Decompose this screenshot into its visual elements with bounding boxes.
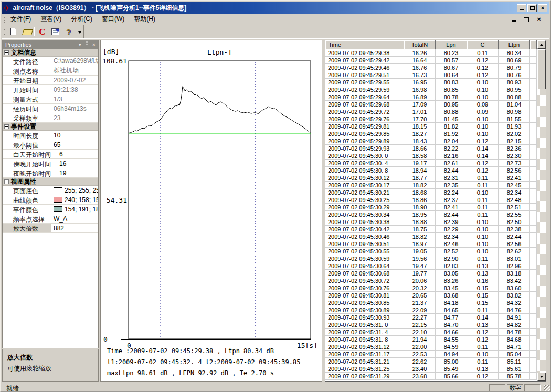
pin-icon[interactable] (84, 41, 89, 48)
property-row[interactable]: 傍晚开始时间16 (3, 159, 98, 168)
table-row[interactable]: 2009-07-02 09:45:29.5916.9880.850.1080.9… (325, 86, 537, 93)
collapse-minus-icon[interactable] (4, 124, 9, 129)
table-row[interactable]: 2009-07-02 09:45:30.5519.0582.520.1082.6… (325, 248, 537, 255)
table-row[interactable]: 2009-07-02 09:45:29.5516.9580.830.1080.9… (325, 79, 537, 86)
table-row[interactable]: 2009-07-02 09:45:31. 022.1584.700.1384.8… (325, 321, 537, 329)
menu-item[interactable]: 分析(C) (66, 13, 97, 25)
table-row[interactable]: 2009-07-02 09:45:30.6419.4782.830.1382.9… (325, 262, 537, 270)
table-row[interactable]: 2009-07-02 09:45:30.7220.0683.260.1683.4… (325, 277, 537, 284)
table-row[interactable]: 2009-07-02 09:45:31.2923.6885.660.1285.7… (325, 373, 537, 380)
menu-item[interactable]: 窗口(W) (97, 13, 129, 25)
resize-grip[interactable] (544, 385, 550, 391)
collapse-minus-icon[interactable] (4, 50, 9, 55)
property-row[interactable]: 开始日期2009-07-02 (3, 76, 98, 85)
table-row[interactable]: 2009-07-02 09:45:31. 821.9484.550.1284.6… (325, 336, 537, 343)
menu-item[interactable]: 文件(F) (6, 13, 36, 25)
column-header-time[interactable]: Time (325, 40, 404, 49)
table-row[interactable]: 2009-07-02 09:45:31. 422.1084.660.1284.7… (325, 329, 537, 336)
table-row[interactable]: 2009-07-02 09:45:30.1218.7782.310.1182.4… (325, 174, 537, 182)
table-row[interactable]: 2009-07-02 09:45:30.2918.9082.410.1182.5… (325, 204, 537, 211)
property-row[interactable]: 页面底色255; 255; 25 (3, 186, 98, 195)
property-row[interactable]: 最小阈值65 (3, 140, 98, 150)
table-row[interactable]: 2009-07-02 09:45:29.4216.6480.570.1280.6… (325, 57, 537, 64)
table-row[interactable]: 2009-07-02 09:45:29.9318.6682.220.1482.3… (325, 145, 537, 152)
property-row[interactable]: 开始时间09:21:38 (3, 85, 98, 94)
property-row[interactable]: 频率点选择W_A (3, 214, 98, 224)
table-row[interactable]: 2009-07-02 09:45:31.1722.5384.940.1085.0… (325, 351, 537, 358)
property-value[interactable]: W_A (51, 214, 98, 223)
table-row[interactable]: 2009-07-02 09:45:30.7620.3283.450.1583.6… (325, 284, 537, 292)
menu-item[interactable]: 查看(V) (36, 13, 66, 25)
column-header-lpn[interactable]: Lpn (436, 40, 467, 49)
column-header-ltpn[interactable]: Ltpn (499, 40, 530, 49)
property-value[interactable]: 65 (51, 140, 98, 149)
column-header-totaln[interactable]: TotalN (404, 40, 436, 49)
property-row[interactable]: 测量方式1/3 (3, 94, 98, 104)
table-row[interactable]: 2009-07-02 09:45:30. 419.1782.610.1282.7… (325, 160, 537, 167)
property-value[interactable]: 19 (58, 168, 98, 177)
ltpn-chart-canvas[interactable]: Ltpn-T[dB]108.6154.310015[s] (101, 40, 322, 381)
property-category-row[interactable]: 文档信息 (3, 49, 98, 57)
property-value[interactable]: 6 (58, 150, 98, 158)
table-row[interactable]: 2009-07-02 09:45:30.2518.8682.370.1182.4… (325, 196, 537, 204)
menu-grip-handle[interactable] (4, 16, 5, 23)
table-row[interactable]: 2009-07-02 09:45:30.9322.2784.770.1484.9… (325, 314, 537, 321)
table-row[interactable]: 2009-07-02 09:45:30.8922.0984.650.1184.7… (325, 306, 537, 314)
table-row[interactable]: 2009-07-02 09:45:29.8118.1581.820.1081.9… (325, 123, 537, 130)
property-row[interactable]: 事件颜色154; 191; 18 (3, 205, 98, 214)
table-row[interactable]: 2009-07-02 09:45:30. 818.9482.440.1282.5… (325, 167, 537, 174)
table-row[interactable]: 2009-07-02 09:45:30.4218.7582.290.1082.3… (325, 226, 537, 233)
property-category-row[interactable]: 事件设置 (3, 123, 98, 131)
menu-item[interactable]: 帮助(H) (129, 13, 160, 25)
maximize-button[interactable] (527, 4, 537, 12)
new-document-button[interactable] (7, 26, 20, 37)
property-row[interactable]: 白天开始时间6 (3, 150, 98, 159)
property-value[interactable]: 882 (51, 224, 98, 232)
property-row[interactable]: 测点名称栎社机场 (3, 66, 98, 76)
table-row[interactable]: 2009-07-02 09:45:29.7617.7081.450.1081.5… (325, 115, 537, 123)
mdi-restore-button[interactable] (523, 16, 530, 23)
table-row[interactable]: 2009-07-02 09:45:30.1718.8282.350.1182.4… (325, 182, 537, 189)
table-row[interactable]: 2009-07-02 09:45:31.2122.6285.000.1185.1… (325, 358, 537, 365)
table-vertical-scrollbar[interactable] (537, 40, 546, 381)
property-row[interactable]: 放大倍数882 (3, 224, 98, 233)
table-row[interactable]: 2009-07-02 09:45:30.3818.8882.390.1082.5… (325, 218, 537, 226)
table-row[interactable]: 2009-07-02 09:45:29.8518.2781.920.1082.0… (325, 130, 537, 137)
table-row[interactable]: 2009-07-02 09:45:30.8521.3784.180.1584.3… (325, 299, 537, 306)
property-row[interactable]: 曲线颜色240; 158; 15 (3, 195, 98, 205)
open-file-button[interactable] (20, 26, 33, 37)
panel-close-icon[interactable]: × (92, 42, 96, 48)
property-category-row[interactable]: 视图属性 (3, 178, 98, 186)
property-row[interactable]: 夜晚开始时间19 (3, 168, 98, 178)
table-row[interactable]: 2009-07-02 09:45:29.3816.2680.230.1180.3… (325, 49, 537, 57)
table-row[interactable]: 2009-07-02 09:45:29.8918.4382.040.1282.1… (325, 137, 537, 145)
toolbar-grip-handle[interactable] (4, 28, 5, 35)
minimize-button[interactable] (517, 4, 526, 12)
close-button[interactable]: × (538, 4, 547, 12)
property-value[interactable]: 154; 191; 18 (51, 205, 98, 214)
property-row[interactable]: 文件路径C:\awa6298\机场 (3, 57, 98, 66)
table-row[interactable]: 2009-07-02 09:45:29.7217.0180.880.0980.9… (325, 108, 537, 115)
property-row[interactable]: 经历时间06h34m13s (3, 104, 98, 113)
property-row[interactable]: 时间长度10 (3, 131, 98, 140)
table-row[interactable]: 2009-07-02 09:45:30.4618.8282.340.1082.4… (325, 233, 537, 240)
table-row[interactable]: 2009-07-02 09:45:30.6819.7783.050.1383.1… (325, 270, 537, 277)
table-row[interactable]: 2009-07-02 09:45:29.5116.7380.640.1280.7… (325, 71, 537, 79)
property-value[interactable]: 10 (51, 131, 98, 140)
table-row[interactable]: 2009-07-02 09:45:30.8120.6583.680.1583.8… (325, 292, 537, 299)
table-row[interactable]: 2009-07-02 09:45:30.5118.9782.460.1082.5… (325, 240, 537, 248)
chevron-down-icon[interactable]: ▾ (79, 43, 81, 47)
table-row[interactable]: 2009-07-02 09:45:31.2523.4085.490.1385.6… (325, 365, 537, 373)
column-header-c[interactable]: C (467, 40, 499, 49)
properties-button[interactable] (49, 26, 62, 37)
collapse-minus-icon[interactable] (4, 179, 9, 184)
property-value[interactable]: 255; 255; 25 (51, 186, 98, 195)
mdi-close-button[interactable]: × (535, 16, 543, 23)
help-button[interactable]: ? (62, 26, 75, 37)
table-row[interactable]: 2009-07-02 09:45:31.1222.0084.590.1184.7… (325, 343, 537, 351)
toolbar-overflow-button[interactable] (76, 26, 83, 37)
property-value[interactable]: 240; 158; 15 (51, 195, 98, 204)
table-row[interactable]: 2009-07-02 09:45:29.6817.0980.950.0981.0… (325, 101, 537, 108)
table-row[interactable]: 2009-07-02 09:45:30.3418.9582.440.1182.5… (325, 211, 537, 218)
scroll-up-button[interactable] (537, 40, 546, 49)
